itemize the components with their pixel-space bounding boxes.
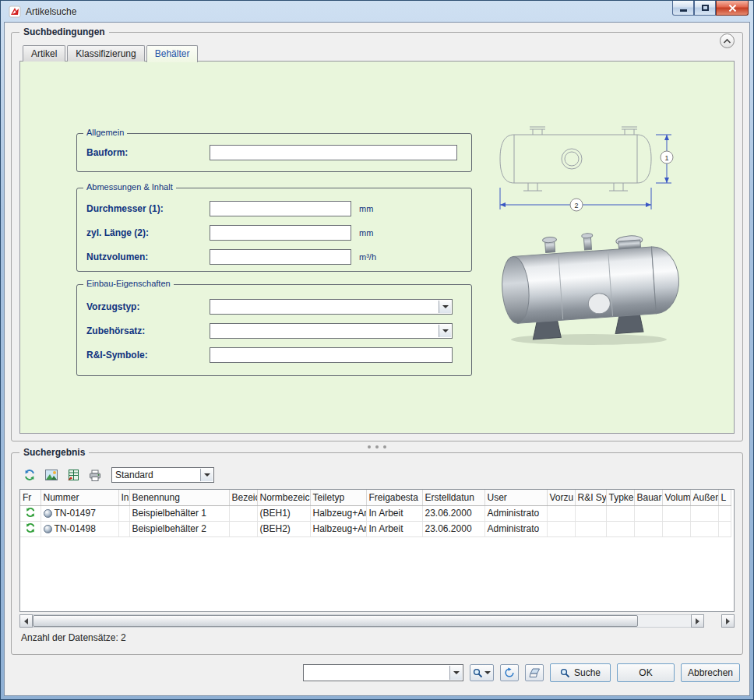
callout-1: 1 bbox=[664, 154, 668, 162]
results-toolbar: Standard bbox=[21, 466, 735, 484]
ok-button-label: OK bbox=[639, 667, 652, 678]
tab-behaelter[interactable]: Behälter bbox=[146, 45, 199, 62]
chevron-down-icon bbox=[484, 671, 491, 674]
quickfind-combobox[interactable] bbox=[303, 664, 463, 681]
minimize-icon bbox=[680, 9, 687, 12]
refresh-icon bbox=[23, 469, 36, 481]
durchmesser-field-row: Durchmesser (1): mm bbox=[86, 200, 462, 216]
vessel-3d-render bbox=[480, 227, 692, 352]
image-view-button[interactable] bbox=[43, 466, 60, 484]
tab-artikel[interactable]: Artikel bbox=[23, 45, 65, 62]
col-fr[interactable]: Fr bbox=[20, 490, 41, 505]
scroll-right-button[interactable] bbox=[691, 614, 704, 628]
abmessungen-group: Abmessungen & Inhalt Durchmesser (1): mm… bbox=[76, 188, 472, 272]
titlebar[interactable]: Artikelsuche bbox=[4, 1, 750, 22]
results-table-container: Fr Nummer In Benennung Bezeic Normbezeic… bbox=[19, 489, 735, 612]
released-status-icon bbox=[25, 507, 36, 518]
zyl-laenge-label: zyl. Länge (2): bbox=[86, 227, 210, 238]
tab-klassifizierung[interactable]: Klassifizierung bbox=[67, 45, 144, 62]
image-icon bbox=[45, 470, 58, 480]
table-header-row: Fr Nummer In Benennung Bezeic Normbezeic… bbox=[20, 490, 731, 505]
scroll-right-end-button[interactable] bbox=[721, 614, 735, 628]
released-status-icon bbox=[25, 522, 36, 533]
horizontal-scrollbar bbox=[19, 614, 735, 628]
close-icon bbox=[728, 5, 737, 12]
nutzvolumen-field-row: Nutzvolumen: m³/h bbox=[86, 248, 462, 265]
abmessungen-group-title: Abmessungen & Inhalt bbox=[83, 182, 176, 192]
suchbedingungen-title: Suchbedingungen bbox=[19, 26, 109, 37]
eraser-icon bbox=[529, 668, 541, 678]
callout-2: 2 bbox=[574, 202, 578, 209]
vorzugstyp-combobox[interactable] bbox=[210, 299, 453, 315]
maximize-button[interactable] bbox=[694, 1, 716, 16]
arrow-right-icon bbox=[726, 618, 730, 624]
col-volumen[interactable]: Volum bbox=[662, 490, 690, 505]
table-row[interactable]: TN-01498 Beispielbehälter 2 (BEH2) Halbz… bbox=[20, 521, 731, 536]
vorzugstyp-label: Vorzugstyp: bbox=[86, 301, 210, 312]
window-title: Artikelsuche bbox=[26, 6, 668, 17]
col-erstelldatum[interactable]: Erstelldatun bbox=[422, 490, 484, 505]
col-nummer[interactable]: Nummer bbox=[41, 490, 118, 505]
zubehoersatz-combobox[interactable] bbox=[210, 323, 453, 339]
scroll-left-button[interactable] bbox=[19, 614, 33, 628]
excel-icon bbox=[67, 469, 79, 481]
col-typkennz[interactable]: Typke bbox=[606, 490, 634, 505]
close-button[interactable] bbox=[716, 1, 749, 16]
view-select-combobox[interactable]: Standard bbox=[111, 467, 214, 483]
col-user[interactable]: User bbox=[484, 490, 547, 505]
zyl-laenge-field-row: zyl. Länge (2): mm bbox=[86, 224, 462, 241]
printer-icon bbox=[89, 470, 101, 481]
col-benennung[interactable]: Benennung bbox=[129, 490, 229, 505]
bauform-field-row: Bauform: bbox=[86, 144, 462, 160]
ri-symbole-label: R&I-Symbole: bbox=[86, 350, 210, 361]
bauform-input[interactable] bbox=[210, 145, 457, 160]
footer-bar: Suche OK Abbrechen bbox=[5, 655, 749, 695]
artikelsuche-window: Artikelsuche Suchbedingungen Artikel Kla… bbox=[0, 0, 754, 700]
search-icon bbox=[560, 668, 570, 678]
col-vorzugstyp[interactable]: Vorzu bbox=[547, 490, 575, 505]
excel-export-button[interactable] bbox=[65, 466, 82, 484]
durchmesser-label: Durchmesser (1): bbox=[86, 203, 210, 214]
nutzvolumen-input[interactable] bbox=[210, 249, 351, 265]
table-row[interactable]: TN-01497 Beispielbehälter 1 (BEH1) Halbz… bbox=[20, 505, 731, 521]
ok-button[interactable]: OK bbox=[617, 663, 675, 682]
maximize-icon bbox=[702, 5, 709, 11]
minimize-button[interactable] bbox=[672, 1, 694, 16]
allgemein-group-title: Allgemein bbox=[83, 128, 127, 137]
app-icon[interactable] bbox=[9, 5, 21, 18]
zyl-laenge-input[interactable] bbox=[210, 225, 351, 241]
abbrechen-button[interactable]: Abbrechen bbox=[681, 663, 740, 682]
col-teiletyp[interactable]: Teiletyp bbox=[310, 490, 366, 505]
search-options-button[interactable] bbox=[470, 664, 494, 681]
splitter-handle[interactable] bbox=[5, 441, 749, 452]
durchmesser-input[interactable] bbox=[210, 201, 351, 216]
col-l[interactable]: L bbox=[718, 490, 731, 505]
col-aussen[interactable]: Außen bbox=[690, 490, 718, 505]
scrollbar-track[interactable] bbox=[33, 614, 691, 628]
col-ri-symbol[interactable]: R&I Sy bbox=[575, 490, 606, 505]
print-button[interactable] bbox=[86, 466, 104, 484]
scrollbar-thumb[interactable] bbox=[33, 615, 638, 627]
col-normbezeichnung[interactable]: Normbezeic bbox=[257, 490, 310, 505]
col-in[interactable]: In bbox=[118, 490, 129, 505]
suche-button[interactable]: Suche bbox=[550, 663, 611, 682]
suche-button-label: Suche bbox=[574, 667, 601, 678]
clear-button[interactable] bbox=[525, 664, 544, 681]
ri-symbole-input[interactable] bbox=[210, 347, 453, 363]
chevron-down-icon bbox=[449, 666, 462, 680]
reload-button[interactable] bbox=[500, 664, 519, 681]
col-bauart[interactable]: Bauar bbox=[634, 490, 662, 505]
col-freigabestatus[interactable]: Freigabesta bbox=[366, 490, 422, 505]
suchbedingungen-groupbox: Suchbedingungen Artikel Klassifizierung … bbox=[11, 32, 743, 441]
vessel-technical-drawing: 1 2 bbox=[484, 122, 685, 224]
view-select-value: Standard bbox=[115, 470, 198, 480]
chevron-down-icon bbox=[439, 301, 451, 313]
chevron-down-icon bbox=[200, 469, 213, 481]
suchergebnis-title: Suchergebnis bbox=[19, 447, 89, 458]
search-icon bbox=[473, 668, 483, 678]
einbau-group-title: Einbau-Eigenschaften bbox=[83, 279, 174, 288]
window-body: Suchbedingungen Artikel Klassifizierung … bbox=[4, 22, 750, 696]
col-bezeichnung[interactable]: Bezeic bbox=[229, 490, 257, 505]
results-table: Fr Nummer In Benennung Bezeic Normbezeic… bbox=[20, 490, 731, 537]
refresh-results-button[interactable] bbox=[21, 466, 38, 484]
